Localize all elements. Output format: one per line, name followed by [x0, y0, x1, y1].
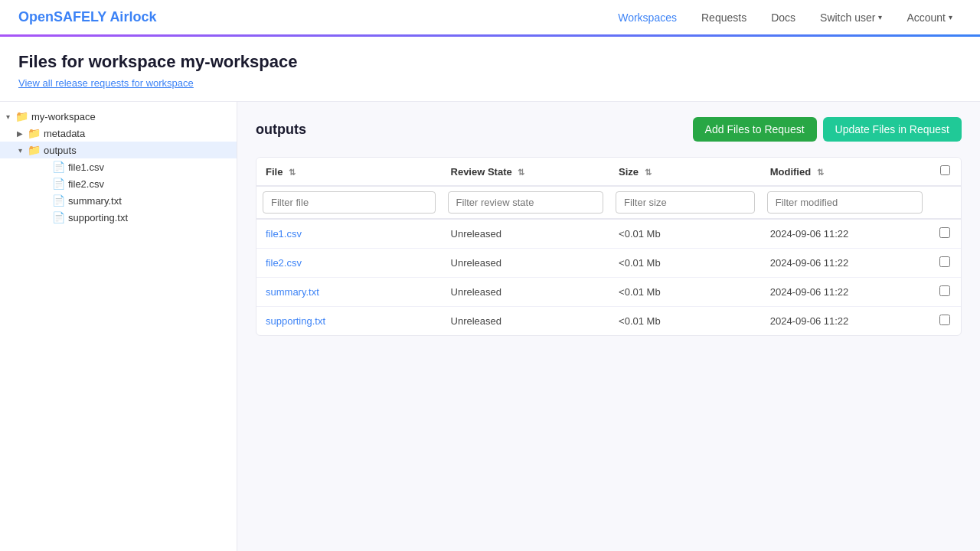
- row-checkbox-2[interactable]: [939, 285, 950, 296]
- filter-cell-checkbox: [929, 186, 961, 219]
- files-table: File ⇅ Review State ⇅ Size ⇅ Modified: [256, 158, 961, 335]
- sidebar-item-file1csv[interactable]: 📄 file1.csv: [0, 158, 237, 175]
- logo-accent: Airlock: [109, 9, 156, 24]
- logo: OpenSAFELY Airlock: [18, 9, 156, 25]
- table-header-row: File ⇅ Review State ⇅ Size ⇅ Modified: [256, 158, 961, 186]
- section-title: outputs: [256, 122, 306, 138]
- layout: ▾ 📁 my-workspace ▶ 📁 metadata ▾ 📁 output…: [0, 102, 980, 551]
- main-nav: Workspaces Requests Docs Switch user ▾ A…: [609, 7, 962, 28]
- cell-modified: 2024-09-06 11:22: [761, 249, 929, 278]
- col-header-select-all[interactable]: [929, 158, 961, 186]
- add-files-button[interactable]: Add Files to Request: [693, 117, 817, 142]
- select-all-checkbox[interactable]: [940, 165, 950, 175]
- cell-file: file2.csv: [256, 249, 442, 278]
- cell-size: <0.01 Mb: [609, 307, 761, 336]
- file-link[interactable]: summary.txt: [266, 286, 319, 298]
- table-row: file2.csv Unreleased <0.01 Mb 2024-09-06…: [256, 249, 961, 278]
- filter-cell-file: [256, 186, 442, 219]
- main-content: outputs Add Files to Request Update File…: [237, 102, 980, 551]
- toggle-icon: ▶: [12, 129, 28, 138]
- cell-checkbox: [929, 219, 961, 249]
- folder-icon: 📁: [28, 144, 41, 156]
- filter-cell-review-state: [442, 186, 610, 219]
- cell-modified: 2024-09-06 11:22: [761, 219, 929, 249]
- chevron-down-icon: ▾: [878, 13, 882, 21]
- page-subtitle: View all release requests for workspace: [18, 77, 962, 89]
- sidebar-item-metadata[interactable]: ▶ 📁 metadata: [0, 125, 237, 142]
- table-filter-row: [256, 186, 961, 219]
- filter-modified-input[interactable]: [767, 191, 923, 214]
- files-table-container: File ⇅ Review State ⇅ Size ⇅ Modified: [256, 157, 962, 336]
- cell-checkbox: [929, 278, 961, 307]
- update-files-button[interactable]: Update Files in Request: [823, 117, 962, 142]
- toggle-icon: ▾: [12, 146, 28, 155]
- cell-file: supporting.txt: [256, 307, 442, 336]
- file-icon: 📄: [52, 161, 65, 173]
- cell-checkbox: [929, 249, 961, 278]
- col-header-file[interactable]: File ⇅: [256, 158, 442, 186]
- file-link[interactable]: file1.csv: [266, 228, 302, 240]
- cell-checkbox: [929, 307, 961, 336]
- file-icon: 📄: [52, 178, 65, 190]
- sort-icon: ⇅: [518, 168, 524, 177]
- file-link[interactable]: file2.csv: [266, 257, 302, 269]
- cell-file: summary.txt: [256, 278, 442, 307]
- col-header-modified[interactable]: Modified ⇅: [761, 158, 929, 186]
- table-body: file1.csv Unreleased <0.01 Mb 2024-09-06…: [256, 219, 961, 335]
- folder-icon: 📁: [28, 127, 41, 139]
- chevron-down-icon: ▾: [949, 13, 952, 21]
- file-link[interactable]: supporting.txt: [266, 315, 325, 327]
- nav-switch-user[interactable]: Switch user ▾: [811, 7, 891, 28]
- page-title: Files for workspace my-workspace: [18, 52, 962, 72]
- folder-icon: 📁: [15, 110, 28, 122]
- toggle-icon: ▾: [0, 112, 15, 121]
- row-checkbox-1[interactable]: [939, 256, 950, 267]
- row-checkbox-0[interactable]: [939, 227, 950, 238]
- sidebar: ▾ 📁 my-workspace ▶ 📁 metadata ▾ 📁 output…: [0, 102, 237, 551]
- file-icon: 📄: [52, 194, 65, 207]
- sort-icon: ⇅: [289, 168, 296, 177]
- cell-modified: 2024-09-06 11:22: [761, 278, 929, 307]
- file-icon: 📄: [52, 211, 65, 223]
- sidebar-item-summarytxt[interactable]: 📄 summary.txt: [0, 192, 237, 209]
- table-row: file1.csv Unreleased <0.01 Mb 2024-09-06…: [256, 219, 961, 249]
- nav-requests[interactable]: Requests: [692, 7, 756, 28]
- cell-size: <0.01 Mb: [609, 249, 761, 278]
- cell-review-state: Unreleased: [442, 307, 610, 336]
- table-row: summary.txt Unreleased <0.01 Mb 2024-09-…: [256, 278, 961, 307]
- sidebar-item-outputs[interactable]: ▾ 📁 outputs: [0, 142, 237, 158]
- col-header-size[interactable]: Size ⇅: [609, 158, 761, 186]
- cell-size: <0.01 Mb: [609, 278, 761, 307]
- cell-review-state: Unreleased: [442, 219, 610, 249]
- nav-docs[interactable]: Docs: [762, 7, 805, 28]
- cell-modified: 2024-09-06 11:22: [761, 307, 929, 336]
- cell-review-state: Unreleased: [442, 249, 610, 278]
- sort-icon: ⇅: [817, 168, 824, 177]
- view-release-requests-link[interactable]: View all release requests for workspace: [18, 77, 194, 89]
- logo-text: OpenSAFELY: [18, 9, 106, 24]
- nav-workspaces[interactable]: Workspaces: [609, 7, 686, 28]
- filter-file-input[interactable]: [263, 191, 436, 214]
- sidebar-item-file2csv[interactable]: 📄 file2.csv: [0, 175, 237, 192]
- filter-cell-size: [609, 186, 761, 219]
- cell-review-state: Unreleased: [442, 278, 610, 307]
- col-header-review-state[interactable]: Review State ⇅: [442, 158, 610, 186]
- filter-review-state-input[interactable]: [448, 191, 604, 214]
- content-header: outputs Add Files to Request Update File…: [256, 117, 962, 142]
- sidebar-item-supportingtxt[interactable]: 📄 supporting.txt: [0, 209, 237, 226]
- action-buttons: Add Files to Request Update Files in Req…: [693, 117, 962, 142]
- sort-icon: ⇅: [645, 168, 652, 177]
- cell-size: <0.01 Mb: [609, 219, 761, 249]
- page-header: Files for workspace my-workspace View al…: [0, 37, 980, 102]
- sidebar-item-my-workspace[interactable]: ▾ 📁 my-workspace: [0, 108, 237, 125]
- nav-account[interactable]: Account ▾: [897, 7, 962, 28]
- cell-file: file1.csv: [256, 219, 442, 249]
- header: OpenSAFELY Airlock Workspaces Requests D…: [0, 0, 980, 37]
- row-checkbox-3[interactable]: [939, 315, 950, 325]
- filter-cell-modified: [761, 186, 929, 219]
- filter-size-input[interactable]: [616, 191, 755, 214]
- table-row: supporting.txt Unreleased <0.01 Mb 2024-…: [256, 307, 961, 336]
